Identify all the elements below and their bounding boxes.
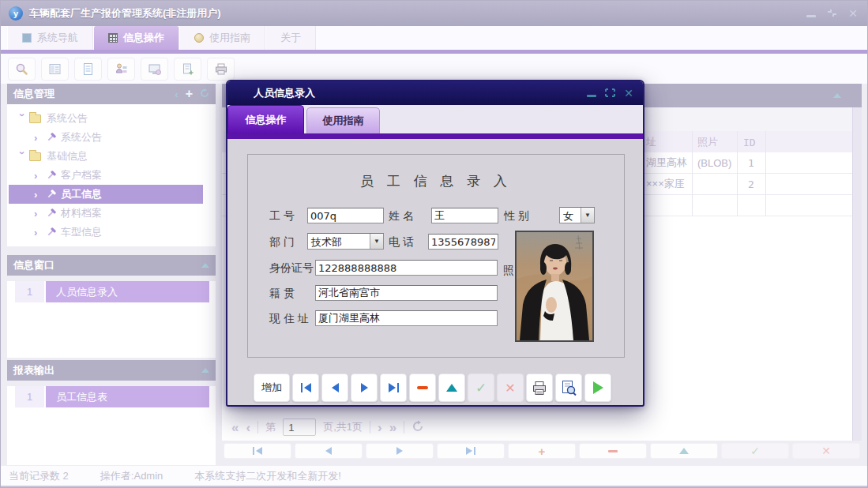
next-record-button[interactable] xyxy=(351,374,378,402)
delete-record-button[interactable] xyxy=(409,374,436,402)
dept-select[interactable]: 技术部 ▼ xyxy=(307,233,384,250)
minimize-icon[interactable] xyxy=(587,88,596,99)
gender-select[interactable]: 女 ▼ xyxy=(559,207,595,223)
collapse-up-icon[interactable] xyxy=(201,368,209,373)
add-icon[interactable]: + xyxy=(186,88,193,100)
status-bar: 当前记录数 2 操作者:Admin 本系统支持二次开发和全新开发! xyxy=(1,465,868,486)
clock-icon xyxy=(194,33,204,43)
tab-info-operation[interactable]: 信息操作 xyxy=(93,26,179,50)
native-label: 籍 贯 xyxy=(269,287,295,301)
page-number-input[interactable] xyxy=(283,419,316,436)
name-input[interactable] xyxy=(431,208,498,223)
tree-node-announce[interactable]: › 系统公告 xyxy=(9,128,203,147)
form-icon[interactable] xyxy=(41,58,69,81)
dialog-controls: ✕ xyxy=(587,81,633,105)
dept-label: 部 门 xyxy=(269,235,295,250)
gender-label: 性 别 xyxy=(504,209,529,223)
dialog-tabbar: 信息操作 使用指南 xyxy=(227,105,643,133)
dialog-button-row: 增加 ✓ ✕ xyxy=(254,374,611,402)
native-input[interactable] xyxy=(315,285,498,301)
document-icon[interactable] xyxy=(74,58,102,81)
grid-icon xyxy=(108,33,118,43)
status-message: 本系统支持二次开发和全新开发! xyxy=(194,469,341,483)
tree-node-base-folder[interactable]: › 基础信息 xyxy=(9,147,203,166)
dialog-tab-info-operation[interactable]: 信息操作 xyxy=(227,105,304,133)
dropdown-arrow-icon: ▼ xyxy=(581,208,594,223)
personnel-entry-dialog: 人员信息录入 ✕ 信息操作 使用指南 员 工 信 息 录 入 工 号 姓 名 性… xyxy=(226,80,644,407)
close-icon[interactable]: ✕ xyxy=(624,88,633,99)
last-page-button[interactable]: » xyxy=(389,421,396,434)
first-record-button[interactable] xyxy=(292,374,319,402)
dialog-tab-user-guide[interactable]: 使用指南 xyxy=(306,107,380,133)
record-count: 当前记录数 2 xyxy=(9,469,69,483)
monitor-icon[interactable] xyxy=(141,58,168,81)
sidebar: 信息管理 ‹ + › 系统公告 › 系统公告 › 基础信息 xyxy=(7,84,216,463)
name-label: 姓 名 xyxy=(389,209,414,223)
prev-page-button[interactable]: ‹ xyxy=(246,421,250,434)
edit-record-button[interactable] xyxy=(438,374,465,402)
tree-node-customer[interactable]: › 客户档案 xyxy=(9,166,203,185)
emp-no-input[interactable] xyxy=(307,208,384,223)
last-record-button[interactable] xyxy=(437,443,505,459)
list-item-employee-report[interactable]: 1 员工信息表 xyxy=(15,386,209,407)
employee-form: 员 工 信 息 录 入 工 号 姓 名 性 别 女 ▼ 部 门 技术部 ▼ 电 … xyxy=(247,154,625,358)
window-controls: ✕ xyxy=(806,1,858,26)
tool-icon xyxy=(46,227,56,238)
collapse-left-icon[interactable]: ‹ xyxy=(175,89,178,99)
phone-label: 电 话 xyxy=(389,235,414,250)
tree-node-vehicle[interactable]: › 车型信息 xyxy=(9,223,203,242)
column-address[interactable]: 址 xyxy=(646,135,656,149)
restore-icon[interactable] xyxy=(827,8,837,19)
execute-button[interactable] xyxy=(584,374,611,402)
user-icon[interactable] xyxy=(107,58,135,81)
folder-icon xyxy=(29,152,41,161)
collapse-up-icon[interactable] xyxy=(833,93,841,98)
tree-node-announce-folder[interactable]: › 系统公告 xyxy=(9,109,203,128)
refresh-icon[interactable] xyxy=(411,420,424,435)
print-preview-button[interactable] xyxy=(555,374,582,402)
minimize-icon[interactable] xyxy=(806,8,816,19)
restore-icon[interactable] xyxy=(605,88,615,99)
print-button[interactable] xyxy=(526,374,553,402)
id-card-input[interactable] xyxy=(315,260,498,276)
address-label: 现 住 址 xyxy=(269,312,309,326)
tool-icon xyxy=(46,190,56,200)
tree-node-material[interactable]: › 材料档案 xyxy=(9,204,203,223)
document-add-icon[interactable] xyxy=(174,58,201,81)
address-input[interactable] xyxy=(315,310,498,326)
dropdown-arrow-icon: ▼ xyxy=(370,234,383,249)
info-tree: › 系统公告 › 系统公告 › 基础信息 › 客户档案 › xyxy=(7,104,216,246)
add-button[interactable]: 增加 xyxy=(254,374,290,402)
tree-node-employee[interactable]: › 员工信息 xyxy=(9,185,203,204)
add-record-button[interactable]: + xyxy=(508,443,576,459)
collapse-up-icon[interactable] xyxy=(201,263,209,268)
prev-record-button[interactable] xyxy=(321,374,348,402)
first-record-button[interactable] xyxy=(224,443,291,459)
tab-system-nav[interactable]: 系统导航 xyxy=(7,26,93,50)
page-suffix-label: 页,共1页 xyxy=(323,420,363,434)
emp-no-label: 工 号 xyxy=(269,209,295,223)
next-page-button[interactable]: › xyxy=(378,421,382,434)
refresh-icon[interactable] xyxy=(200,88,209,99)
pagination-bar: « ‹ 第 页,共1页 › » xyxy=(222,415,852,439)
last-record-button[interactable] xyxy=(380,374,407,402)
operator: 操作者:Admin xyxy=(100,469,163,483)
delete-record-button[interactable] xyxy=(579,443,647,459)
close-icon[interactable]: ✕ xyxy=(848,8,858,19)
list-item-personnel-entry[interactable]: 1 人员信息录入 xyxy=(15,281,209,302)
column-photo[interactable]: 照片 xyxy=(697,135,718,149)
tab-about[interactable]: 关于 xyxy=(265,26,316,50)
first-page-button[interactable]: « xyxy=(231,421,239,434)
edit-record-button[interactable] xyxy=(650,443,718,459)
app-logo-icon: y xyxy=(9,6,23,21)
next-record-button[interactable] xyxy=(366,443,434,459)
phone-input[interactable] xyxy=(428,234,498,250)
column-id[interactable]: ID xyxy=(743,136,756,148)
printer-icon[interactable] xyxy=(207,58,235,81)
search-icon[interactable] xyxy=(8,58,36,81)
vertical-scrollbar[interactable] xyxy=(852,107,862,441)
page-prefix-label: 第 xyxy=(265,420,276,434)
tab-user-guide[interactable]: 使用指南 xyxy=(179,26,265,50)
prev-record-button[interactable] xyxy=(295,443,363,459)
window-icon xyxy=(22,33,32,43)
